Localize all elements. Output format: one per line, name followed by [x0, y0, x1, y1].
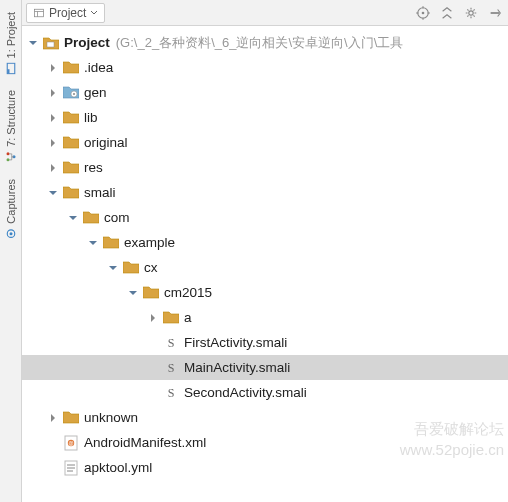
gen-folder-icon	[62, 84, 80, 102]
folder-icon	[62, 159, 80, 177]
view-mode-selector[interactable]: Project	[26, 3, 105, 23]
tree-item-gen[interactable]: gen	[22, 80, 508, 105]
svg-rect-7	[35, 9, 44, 17]
view-mode-label: Project	[49, 6, 86, 20]
tree-item-label: example	[124, 235, 175, 250]
tree-item-second-activity[interactable]: S SecondActivity.smali	[22, 380, 508, 405]
tree-item-original[interactable]: original	[22, 130, 508, 155]
expand-arrow[interactable]	[66, 211, 80, 225]
hide-icon	[488, 6, 502, 20]
settings-button[interactable]	[462, 4, 480, 22]
expand-arrow[interactable]	[146, 311, 160, 325]
svg-point-3	[6, 153, 9, 156]
svg-text:S: S	[168, 336, 175, 350]
folder-icon	[62, 109, 80, 127]
tree-item-label: apktool.yml	[84, 460, 152, 475]
tree-item-label: cx	[144, 260, 158, 275]
expand-arrow[interactable]	[46, 161, 60, 175]
folder-icon	[82, 209, 100, 227]
svg-text:S: S	[168, 386, 175, 400]
project-panel: Project Project (G:\_2_各种资料\	[22, 0, 508, 502]
scroll-to-source-button[interactable]	[414, 4, 432, 22]
project-tree[interactable]: Project (G:\_2_各种资料\_6_逆向相关\安卓逆向\入门\工具 .…	[22, 26, 508, 502]
expand-arrow[interactable]	[46, 411, 60, 425]
tree-item-label: lib	[84, 110, 98, 125]
tab-project-label: 1: Project	[5, 12, 17, 58]
tool-window-tabs: 1: Project 7: Structure Captures	[0, 0, 22, 502]
tree-item-label: smali	[84, 185, 116, 200]
yml-file-icon	[62, 459, 80, 477]
project-folder-icon	[42, 34, 60, 52]
expand-arrow[interactable]	[46, 61, 60, 75]
tab-structure-label: 7: Structure	[5, 90, 17, 147]
target-icon	[416, 6, 430, 20]
project-view-icon	[33, 7, 45, 19]
smali-file-icon: S	[162, 334, 180, 352]
tab-structure[interactable]: 7: Structure	[3, 82, 19, 171]
tree-item-unknown[interactable]: unknown	[22, 405, 508, 430]
tree-item-example[interactable]: example	[22, 230, 508, 255]
folder-icon	[122, 259, 140, 277]
tree-item-label: AndroidManifest.xml	[84, 435, 206, 450]
svg-point-6	[9, 232, 12, 235]
tree-item-manifest[interactable]: @ AndroidManifest.xml	[22, 430, 508, 455]
tree-item-label: FirstActivity.smali	[184, 335, 287, 350]
tree-item-cx[interactable]: cx	[22, 255, 508, 280]
expand-arrow[interactable]	[46, 186, 60, 200]
svg-point-16	[469, 10, 473, 14]
svg-point-11	[422, 11, 425, 14]
xml-file-icon: @	[62, 434, 80, 452]
expand-arrow[interactable]	[26, 36, 40, 50]
tree-item-first-activity[interactable]: S FirstActivity.smali	[22, 330, 508, 355]
tree-item-label: MainActivity.smali	[184, 360, 290, 375]
expand-arrow[interactable]	[46, 86, 60, 100]
tree-item-label: cm2015	[164, 285, 212, 300]
tree-item-label: a	[184, 310, 192, 325]
svg-rect-18	[47, 42, 54, 47]
tree-item-label: com	[104, 210, 130, 225]
folder-icon	[62, 184, 80, 202]
svg-text:@: @	[68, 440, 73, 446]
expand-arrow[interactable]	[126, 286, 140, 300]
collapse-icon	[440, 6, 454, 20]
tree-root-label: Project	[64, 35, 110, 50]
tree-item-smali[interactable]: smali	[22, 180, 508, 205]
tree-item-main-activity[interactable]: S MainActivity.smali	[22, 355, 508, 380]
folder-icon	[162, 309, 180, 327]
hide-button[interactable]	[486, 4, 504, 22]
smali-file-icon: S	[162, 359, 180, 377]
tree-item-cm2015[interactable]: cm2015	[22, 280, 508, 305]
project-toolbar: Project	[22, 0, 508, 26]
svg-point-20	[73, 93, 75, 95]
tree-item-label: SecondActivity.smali	[184, 385, 307, 400]
expand-arrow[interactable]	[106, 261, 120, 275]
chevron-down-icon	[90, 9, 98, 17]
folder-icon	[62, 409, 80, 427]
folder-icon	[142, 284, 160, 302]
folder-icon	[62, 59, 80, 77]
tab-captures-label: Captures	[5, 179, 17, 224]
svg-rect-17	[491, 12, 500, 14]
collapse-all-button[interactable]	[438, 4, 456, 22]
tab-captures[interactable]: Captures	[3, 171, 19, 248]
tree-item-label: unknown	[84, 410, 138, 425]
svg-point-4	[12, 156, 15, 159]
tree-item-a[interactable]: a	[22, 305, 508, 330]
tree-item-apktool[interactable]: apktool.yml	[22, 455, 508, 480]
expand-arrow[interactable]	[46, 111, 60, 125]
tree-item-lib[interactable]: lib	[22, 105, 508, 130]
svg-point-2	[6, 159, 9, 162]
tree-item-label: original	[84, 135, 128, 150]
tree-item-label: res	[84, 160, 103, 175]
tab-project[interactable]: 1: Project	[3, 4, 19, 82]
tree-root[interactable]: Project (G:\_2_各种资料\_6_逆向相关\安卓逆向\入门\工具	[22, 30, 508, 55]
tree-item-label: .idea	[84, 60, 113, 75]
expand-arrow[interactable]	[86, 236, 100, 250]
tree-item-label: gen	[84, 85, 107, 100]
tree-item-idea[interactable]: .idea	[22, 55, 508, 80]
svg-text:S: S	[168, 361, 175, 375]
smali-file-icon: S	[162, 384, 180, 402]
tree-item-res[interactable]: res	[22, 155, 508, 180]
tree-item-com[interactable]: com	[22, 205, 508, 230]
expand-arrow[interactable]	[46, 136, 60, 150]
